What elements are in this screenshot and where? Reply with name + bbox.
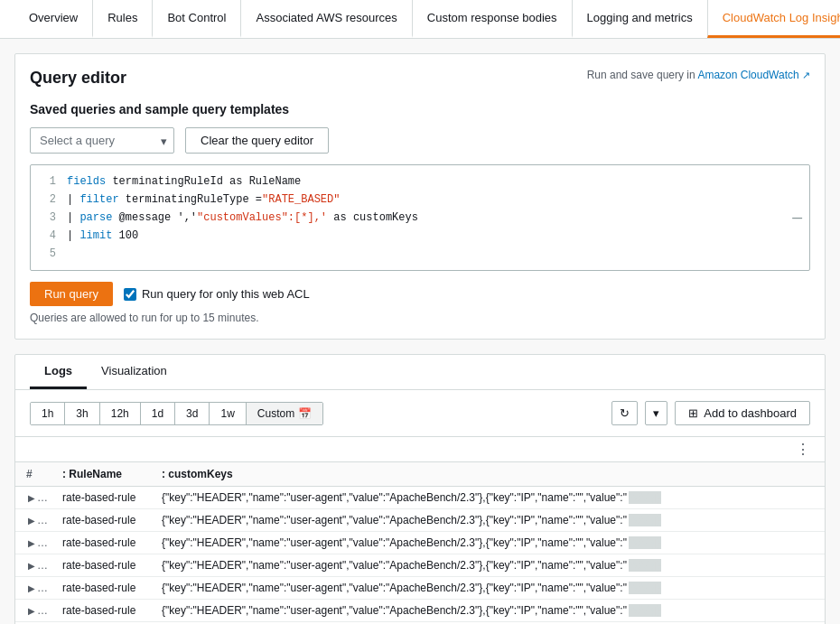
tab-rules[interactable]: Rules (92, 0, 152, 38)
run-only-acl-label[interactable]: Run query for only this web ACL (124, 287, 310, 301)
kebab-menu-icon[interactable]: ⋮ (789, 441, 817, 458)
tab-bot-control[interactable]: Bot Control (152, 0, 240, 38)
time-range-buttons: 1h 3h 12h 1d 3d 1w Custom 📅 (30, 402, 323, 425)
query-note: Queries are allowed to run for up to 15 … (30, 312, 810, 324)
time-custom[interactable]: Custom 📅 (247, 403, 322, 424)
table-row[interactable]: ▶ 6rate-based-rule{"key":"HEADER","name"… (15, 600, 825, 622)
code-line-2: 2 | filter terminatingRuleType ="RATE_BA… (31, 191, 809, 209)
time-1w[interactable]: 1w (210, 403, 246, 424)
tab-cloudwatch-insights[interactable]: CloudWatch Log Insights New (707, 0, 840, 38)
refresh-button[interactable]: ↻ (611, 401, 638, 425)
custom-keys-cell: {"key":"HEADER","name":"user-agent","val… (151, 577, 825, 600)
row-number: ▶ 4 (15, 554, 51, 577)
clear-query-button[interactable]: Clear the query editor (185, 127, 329, 154)
expand-row-button[interactable]: ▶ (26, 606, 37, 616)
cloudwatch-link[interactable]: Amazon CloudWatch ↗ (697, 69, 810, 81)
table-row[interactable]: ▶ 2rate-based-rule{"key":"HEADER","name"… (15, 509, 825, 532)
select-query-container: Select a query ▾ (30, 127, 174, 154)
rule-name-cell: rate-based-rule (51, 577, 151, 600)
query-editor-section: Query editor Run and save query in Amazo… (14, 53, 826, 340)
tab-associated-aws[interactable]: Associated AWS resources (240, 0, 411, 38)
rule-name-cell: rate-based-rule (51, 600, 151, 622)
code-line-5: 5 (31, 245, 809, 263)
expand-row-button[interactable]: ▶ (26, 516, 37, 526)
run-controls: Run query Run query for only this web AC… (30, 282, 810, 306)
time-actions: ↻ ▾ ⊞ Add to dashboard (611, 401, 810, 425)
time-1h[interactable]: 1h (31, 403, 65, 424)
tab-custom-response[interactable]: Custom response bodies (412, 0, 572, 38)
code-line-3: 3 | parse @message ','"customValues":[*]… (31, 209, 809, 227)
expand-row-button[interactable]: ▶ (26, 538, 37, 548)
query-editor-title: Query editor (30, 69, 126, 88)
time-12h[interactable]: 12h (100, 403, 141, 424)
time-3d[interactable]: 3d (175, 403, 210, 424)
custom-keys-cell: {"key":"HEADER","name":"user-agent","val… (151, 509, 825, 532)
custom-keys-cell: {"key":"HEADER","name":"user-agent","val… (151, 600, 825, 622)
query-controls: Select a query ▾ Clear the query editor (30, 127, 810, 154)
rule-name-cell: rate-based-rule (51, 532, 151, 554)
row-number: ▶ 6 (15, 600, 51, 622)
time-3h[interactable]: 3h (65, 403, 99, 424)
dashboard-icon: ⊞ (688, 406, 698, 420)
table-row[interactable]: ▶ 3rate-based-rule{"key":"HEADER","name"… (15, 532, 825, 554)
rule-name-cell: rate-based-rule (51, 487, 151, 509)
row-number: ▶ 1 (15, 487, 51, 509)
time-1d[interactable]: 1d (141, 403, 175, 424)
table-row[interactable]: ▶ 1rate-based-rule{"key":"HEADER","name"… (15, 487, 825, 509)
calendar-icon: 📅 (298, 407, 312, 420)
logs-tabs: Logs Visualization (15, 355, 825, 390)
run-only-acl-checkbox[interactable] (124, 288, 136, 301)
expand-row-button[interactable]: ▶ (26, 583, 37, 593)
col-header-rulename: : RuleName (51, 462, 151, 487)
custom-keys-cell: {"key":"HEADER","name":"user-agent","val… (151, 554, 825, 577)
table-row[interactable]: ▶ 5rate-based-rule{"key":"HEADER","name"… (15, 577, 825, 600)
custom-keys-cell: {"key":"HEADER","name":"user-agent","val… (151, 487, 825, 509)
cloudwatch-link-container: Run and save query in Amazon CloudWatch … (587, 69, 810, 81)
table-options-row: ⋮ (15, 436, 825, 461)
dropdown-button[interactable]: ▾ (645, 401, 667, 425)
time-controls: 1h 3h 12h 1d 3d 1w Custom 📅 ↻ ▾ ⊞ Add to… (15, 390, 825, 436)
results-table: # : RuleName : customKeys ▶ 1rate-based-… (15, 461, 825, 624)
run-query-button[interactable]: Run query (30, 282, 113, 306)
custom-keys-cell: {"key":"HEADER","name":"user-agent","val… (151, 532, 825, 554)
col-header-customkeys: : customKeys (151, 462, 825, 487)
code-editor[interactable]: 1 fields terminatingRuleId as RuleName 2… (30, 164, 810, 271)
nav-tabs: Overview Rules Bot Control Associated AW… (0, 0, 840, 39)
select-query-dropdown[interactable]: Select a query (30, 127, 174, 154)
row-number: ▶ 3 (15, 532, 51, 554)
tab-logs[interactable]: Logs (30, 355, 87, 389)
code-line-4: 4 | limit 100 (31, 227, 809, 245)
external-link-icon: ↗ (802, 70, 810, 80)
add-to-dashboard-button[interactable]: ⊞ Add to dashboard (675, 401, 810, 425)
code-line-1: 1 fields terminatingRuleId as RuleName (31, 172, 809, 191)
rule-name-cell: rate-based-rule (51, 554, 151, 577)
expand-row-button[interactable]: ▶ (26, 561, 37, 571)
query-editor-header: Query editor Run and save query in Amazo… (30, 69, 810, 88)
tab-logging-metrics[interactable]: Logging and metrics (572, 0, 707, 38)
row-number: ▶ 2 (15, 509, 51, 532)
col-header-hash: # (15, 462, 51, 487)
tab-visualization[interactable]: Visualization (87, 355, 182, 389)
saved-queries-title: Saved queries and sample query templates (30, 102, 810, 116)
saved-queries-section: Saved queries and sample query templates… (30, 102, 810, 154)
row-number: ▶ 5 (15, 577, 51, 600)
scroll-indicator: — (792, 209, 802, 227)
tab-overview[interactable]: Overview (14, 0, 92, 38)
table-row[interactable]: ▶ 4rate-based-rule{"key":"HEADER","name"… (15, 554, 825, 577)
logs-section: Logs Visualization 1h 3h 12h 1d 3d 1w Cu… (14, 354, 826, 624)
rule-name-cell: rate-based-rule (51, 509, 151, 532)
expand-row-button[interactable]: ▶ (26, 493, 37, 503)
